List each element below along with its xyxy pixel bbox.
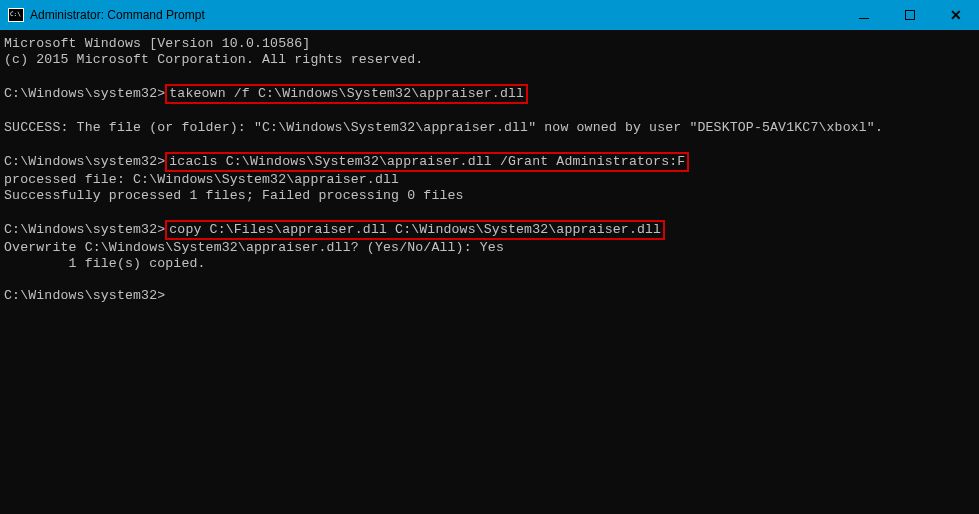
terminal-output[interactable]: Microsoft Windows [Version 10.0.10586] (…	[0, 30, 979, 310]
output-2b: Successfully processed 1 files; Failed p…	[4, 188, 464, 203]
command-3: copy C:\Files\appraiser.dll C:\Windows\S…	[169, 222, 661, 237]
output-3a: Overwrite C:\Windows\System32\appraiser.…	[4, 240, 504, 255]
output-1: SUCCESS: The file (or folder): "C:\Windo…	[4, 120, 883, 135]
copyright-line: (c) 2015 Microsoft Corporation. All righ…	[4, 52, 423, 67]
command-3-highlight: copy C:\Files\appraiser.dll C:\Windows\S…	[165, 220, 665, 240]
close-icon: ✕	[950, 7, 962, 23]
prompt-4: C:\Windows\system32>	[4, 288, 165, 303]
close-button[interactable]: ✕	[933, 0, 979, 30]
command-1: takeown /f C:\Windows\System32\appraiser…	[169, 86, 524, 101]
prompt-2: C:\Windows\system32>	[4, 154, 165, 169]
minimize-icon	[859, 18, 869, 19]
command-2-highlight: icacls C:\Windows\System32\appraiser.dll…	[165, 152, 689, 172]
output-2a: processed file: C:\Windows\System32\appr…	[4, 172, 399, 187]
maximize-button[interactable]	[887, 0, 933, 30]
window-title: Administrator: Command Prompt	[30, 8, 841, 22]
window-titlebar: Administrator: Command Prompt ✕	[0, 0, 979, 30]
output-3b: 1 file(s) copied.	[4, 256, 206, 271]
command-2: icacls C:\Windows\System32\appraiser.dll…	[169, 154, 685, 169]
prompt-1: C:\Windows\system32>	[4, 86, 165, 101]
version-line: Microsoft Windows [Version 10.0.10586]	[4, 36, 310, 51]
minimize-button[interactable]	[841, 0, 887, 30]
maximize-icon	[905, 10, 915, 20]
prompt-3: C:\Windows\system32>	[4, 222, 165, 237]
window-controls: ✕	[841, 0, 979, 30]
cmd-icon	[8, 8, 24, 22]
command-1-highlight: takeown /f C:\Windows\System32\appraiser…	[165, 84, 528, 104]
